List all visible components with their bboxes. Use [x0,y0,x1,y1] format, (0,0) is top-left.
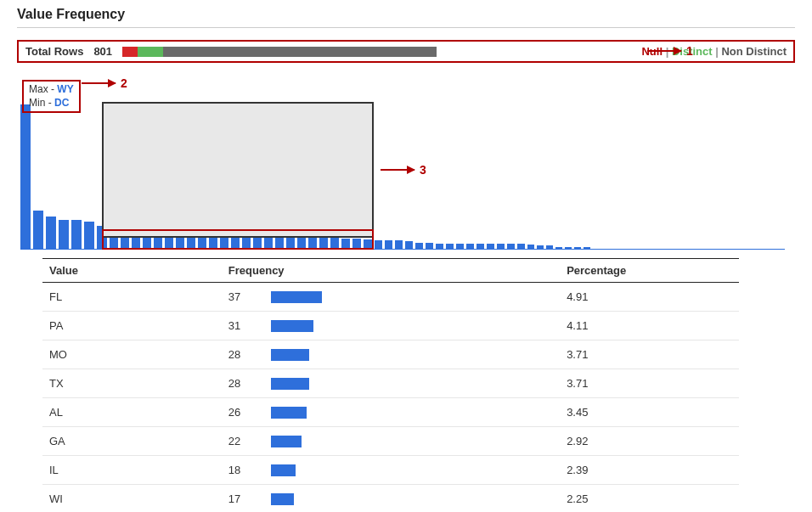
chart-bar[interactable] [476,244,484,249]
cell-percentage: 2.25 [560,485,739,513]
chart-bar[interactable] [507,244,515,249]
max-value: WY [57,83,73,95]
cell-frequency: 31 [222,312,560,340]
chart-bar[interactable] [364,239,372,249]
chart-bar[interactable] [286,236,295,249]
freq-bar [271,378,309,390]
chart-bar[interactable] [297,236,306,249]
cell-percentage: 3.71 [560,369,739,398]
max-label: Max - [29,83,57,95]
col-header-percentage[interactable]: Percentage [560,259,739,283]
cell-frequency: 28 [222,340,560,369]
chart-bar[interactable] [426,243,433,249]
annotation-3: 3 [381,163,426,177]
cell-frequency: 26 [222,398,560,427]
chart-bar[interactable] [497,244,505,249]
cell-percentage: 3.71 [560,340,739,369]
min-label: Min - [29,97,54,109]
bar-chart[interactable]: 3 [17,97,795,250]
segment-nondistinct [163,47,437,57]
chart-bar[interactable] [20,104,31,249]
max-min-box: Max - WY Min - DC [22,80,81,113]
chart-bar[interactable] [59,220,69,249]
freq-bar [271,436,302,447]
chart-bar[interactable] [352,239,361,249]
cell-value: PA [42,312,222,340]
chart-bar[interactable] [527,245,534,249]
chart-bar[interactable] [405,241,413,249]
table-row[interactable]: GA222.92 [42,427,739,456]
chart-bar[interactable] [456,244,464,249]
chart-bar[interactable] [341,239,350,249]
cell-value: AL [42,398,222,427]
chart-bar[interactable] [385,240,392,249]
chart-bar[interactable] [275,236,284,249]
chart-bar[interactable] [517,244,525,249]
freq-bar [271,407,307,419]
segment-null [122,47,138,57]
cell-percentage: 2.92 [560,427,739,456]
cell-frequency: 37 [222,283,560,312]
total-rows-value: 801 [93,45,112,58]
chart-bar[interactable] [319,238,328,249]
chart-bar[interactable] [446,244,454,249]
total-rows-label: Total Rows [25,45,83,58]
legend-nondistinct: Non Distinct [721,45,787,58]
chart-bar[interactable] [584,247,590,249]
min-value: DC [54,97,69,109]
segment-distinct [138,47,163,57]
annotation-1: 1 [647,44,693,58]
chart-bar[interactable] [487,244,494,249]
table-row[interactable]: WI172.25 [42,485,739,513]
chart-bar[interactable] [308,236,317,249]
chart-bar[interactable] [330,238,339,249]
chart-bar[interactable] [537,245,544,249]
cell-value: WI [42,485,222,513]
value-frequency-table: Value Frequency Percentage FL374.91PA314… [42,258,739,512]
cell-value: TX [42,369,222,398]
table-row[interactable]: TX283.71 [42,369,739,398]
chart-bar[interactable] [264,236,273,249]
table-row[interactable]: AL263.45 [42,398,739,427]
chart-bar[interactable] [84,222,94,249]
chart-bar[interactable] [33,211,43,249]
chart-bar[interactable] [546,245,553,249]
cell-frequency: 17 [222,485,560,513]
freq-bar [271,291,322,303]
col-header-frequency[interactable]: Frequency [222,259,560,283]
table-row[interactable]: IL182.39 [42,456,739,485]
cell-frequency: 22 [222,427,560,456]
page-title: Value Frequency [17,7,795,22]
chart-selection-overlay[interactable] [102,102,374,238]
cell-percentage: 4.11 [560,312,739,340]
chart-bar[interactable] [565,247,572,249]
cell-value: GA [42,427,222,456]
annotation-2: 2 [82,76,127,90]
table-row[interactable]: FL374.91 [42,283,739,312]
chart-bar[interactable] [574,247,581,249]
chart-bar[interactable] [46,217,56,249]
cell-frequency: 18 [222,456,560,485]
divider [17,27,795,28]
table-row[interactable]: MO283.71 [42,340,739,369]
segmented-bar [122,47,437,57]
freq-bar [271,349,309,361]
freq-bar [271,464,296,476]
chart-bar[interactable] [395,240,403,249]
chart-bar[interactable] [555,247,562,249]
chart-bar[interactable] [71,220,82,249]
cell-percentage: 4.91 [560,283,739,312]
freq-bar [271,493,295,505]
cell-value: MO [42,340,222,369]
cell-percentage: 3.45 [560,398,739,427]
table-row[interactable]: PA314.11 [42,312,739,340]
cell-value: IL [42,456,222,485]
chart-bar[interactable] [375,240,382,249]
freq-bar [271,320,313,332]
chart-bar[interactable] [436,244,443,249]
chart-bar[interactable] [466,244,474,249]
col-header-value[interactable]: Value [42,259,222,283]
cell-value: FL [42,283,222,312]
cell-percentage: 2.39 [560,456,739,485]
chart-bar[interactable] [415,243,423,249]
